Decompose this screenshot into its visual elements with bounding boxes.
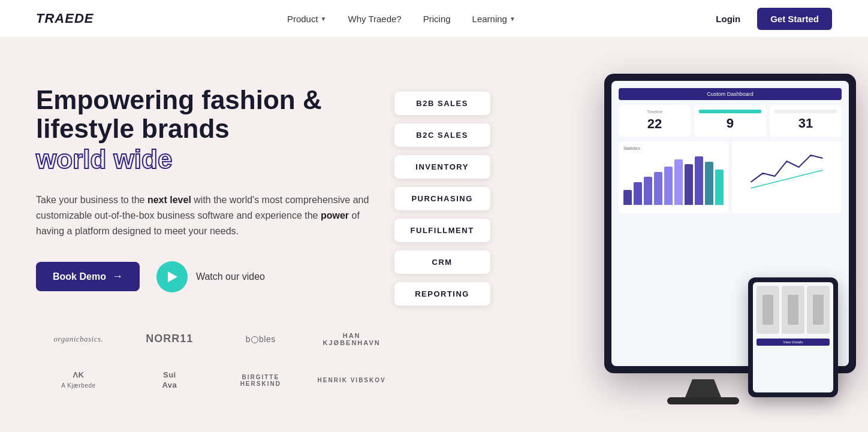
nav-learning[interactable]: Learning ▼ bbox=[464, 9, 524, 29]
tablet-product-row bbox=[757, 286, 830, 334]
bar-7 bbox=[685, 164, 693, 205]
book-demo-button[interactable]: Book Demo → bbox=[36, 262, 140, 291]
product-figure-2 bbox=[782, 286, 804, 334]
chevron-down-icon-learning: ▼ bbox=[510, 16, 516, 22]
nav-why-traede[interactable]: Why Traede? bbox=[340, 9, 410, 29]
nav-product[interactable]: Product ▼ bbox=[279, 9, 335, 29]
bar-5 bbox=[664, 167, 673, 205]
bar-3 bbox=[644, 177, 652, 205]
brand-norr11: NORR11 bbox=[127, 326, 212, 352]
nav-actions: Login Get Started bbox=[709, 8, 832, 30]
hero-title-outline: world wide bbox=[36, 144, 394, 176]
feature-b2c-sales: B2C SALES bbox=[394, 123, 490, 147]
bar-6 bbox=[674, 159, 683, 206]
brand-henrik-vibskov: HENRIK VIBSKOV bbox=[309, 364, 394, 397]
monitor-base bbox=[667, 397, 739, 404]
arrow-right-icon: → bbox=[112, 270, 123, 283]
brand-logos: organicbasics. NORR11 bbles HAN KJØBENHA… bbox=[36, 326, 394, 397]
bar-8 bbox=[695, 156, 703, 205]
nav-links: Product ▼ Why Traede? Pricing Learning ▼ bbox=[279, 9, 524, 29]
bar-10 bbox=[715, 170, 724, 206]
tablet-mockup: View Details bbox=[748, 277, 838, 397]
monitor-mockup: Custom Dashboard Timeline 22 9 31 bbox=[574, 74, 832, 409]
tablet-screen: View Details bbox=[753, 282, 833, 392]
logo[interactable]: TRAEDE bbox=[36, 11, 94, 26]
nav-pricing[interactable]: Pricing bbox=[415, 9, 459, 29]
brand-han-kjobenhavn: HAN KJØBENHAVN bbox=[309, 326, 394, 352]
product-figure-1 bbox=[757, 286, 779, 334]
dashboard-stats: Timeline 22 9 31 bbox=[619, 105, 842, 137]
bar-1 bbox=[623, 190, 632, 206]
feature-reporting: REPORTING bbox=[394, 282, 490, 306]
stat-card-3: 31 bbox=[770, 105, 842, 137]
feature-pills: B2B SALES B2C SALES INVENTORY PURCHASING… bbox=[394, 92, 490, 306]
monitor-stand bbox=[685, 379, 721, 397]
feature-inventory: INVENTORY bbox=[394, 155, 490, 179]
brand-birgitte-herskind: BIRGITTE HERSKIND bbox=[218, 364, 303, 397]
play-triangle bbox=[168, 271, 177, 282]
bar-9 bbox=[705, 162, 713, 205]
navbar: TRAEDE Product ▼ Why Traede? Pricing Lea… bbox=[0, 0, 868, 38]
line-chart-area bbox=[732, 141, 842, 213]
hero-left: Empowering fashion & lifestyle brands wo… bbox=[36, 74, 394, 397]
stat-card-1: Timeline 22 bbox=[619, 105, 691, 137]
play-icon bbox=[156, 261, 188, 292]
get-started-button[interactable]: Get Started bbox=[757, 8, 832, 30]
bar-2 bbox=[634, 182, 642, 205]
brand-organic-basics: organicbasics. bbox=[36, 326, 121, 352]
hero-right: B2B SALES B2C SALES INVENTORY PURCHASING… bbox=[394, 74, 832, 421]
hero-description: Take your business to the next level wit… bbox=[36, 192, 384, 240]
hero-title: Empowering fashion & lifestyle brands wo… bbox=[36, 86, 394, 176]
feature-fulfillment: FULFILLMENT bbox=[394, 219, 490, 242]
hero-buttons: Book Demo → Watch our video bbox=[36, 261, 394, 292]
dashboard-title: Custom Dashboard bbox=[619, 88, 842, 100]
hero-section: Empowering fashion & lifestyle brands wo… bbox=[0, 38, 868, 432]
bar-chart bbox=[623, 154, 724, 205]
line-chart-svg bbox=[737, 146, 837, 194]
bar-4 bbox=[654, 172, 662, 205]
bar-chart-area: Statistics bbox=[619, 141, 728, 213]
brand-kjaerbede: ΛKA Kjærbede bbox=[36, 364, 121, 397]
chevron-down-icon: ▼ bbox=[321, 16, 327, 22]
watch-video-label: Watch our video bbox=[196, 271, 265, 282]
brand-bobles: bbles bbox=[218, 326, 303, 352]
dashboard-charts: Statistics bbox=[619, 141, 842, 213]
stat-card-2: 9 bbox=[694, 105, 766, 137]
product-figure-3 bbox=[807, 286, 830, 334]
feature-b2b-sales: B2B SALES bbox=[394, 92, 490, 115]
watch-video-button[interactable]: Watch our video bbox=[156, 261, 265, 292]
feature-crm: CRM bbox=[394, 250, 490, 274]
feature-purchasing: PURCHASING bbox=[394, 187, 490, 210]
login-button[interactable]: Login bbox=[709, 9, 748, 29]
tablet-cta: View Details bbox=[757, 339, 830, 346]
brand-suiava: SuiAva bbox=[127, 364, 212, 397]
